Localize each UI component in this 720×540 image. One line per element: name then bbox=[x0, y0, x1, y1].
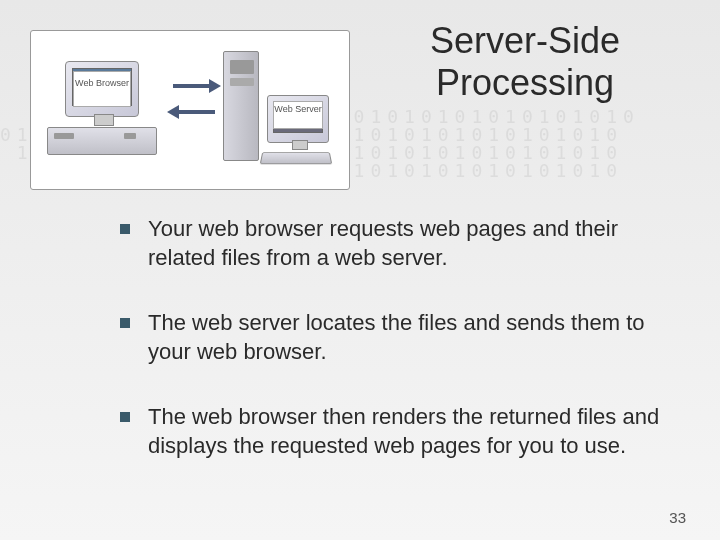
server-label: Web Server bbox=[273, 101, 323, 129]
slide: 01010101010101010101010101010101010 0101… bbox=[0, 0, 720, 540]
server-icon: Web Server bbox=[223, 51, 333, 171]
arrow-left-icon bbox=[167, 105, 221, 119]
bullet-item: Your web browser requests web pages and … bbox=[120, 214, 680, 272]
request-response-arrows bbox=[167, 79, 227, 129]
network-diagram: Web Browser Web Server bbox=[30, 30, 350, 190]
page-number: 33 bbox=[669, 509, 686, 526]
bullet-item: The web browser then renders the returne… bbox=[120, 402, 680, 460]
bullet-item: The web server locates the files and sen… bbox=[120, 308, 680, 366]
arrow-right-icon bbox=[167, 79, 221, 93]
slide-title: Server-Side Processing bbox=[370, 20, 680, 104]
browser-label: Web Browser bbox=[73, 71, 131, 107]
client-pc-icon: Web Browser bbox=[47, 61, 157, 161]
bullet-list: Your web browser requests web pages and … bbox=[120, 214, 680, 496]
